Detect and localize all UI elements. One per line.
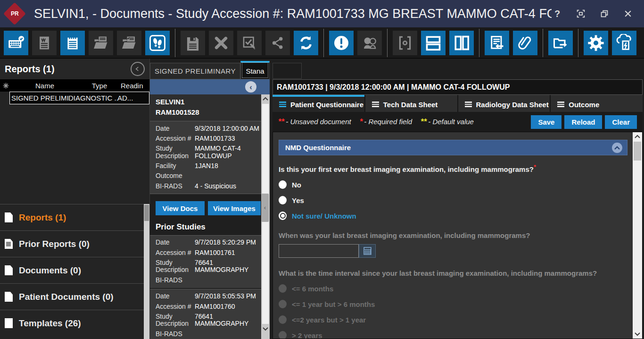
word-document-button[interactable] [32, 31, 57, 55]
scroll-up-icon[interactable] [261, 94, 270, 103]
study-header-bar: RAM1001733 | 9/3/2018 12:00:00 AM | MAMM… [272, 79, 643, 95]
legend-and-actions-bar: ** - Unsaved document * - Required field… [272, 112, 643, 132]
collapse-up-icon[interactable] [612, 143, 622, 153]
reports-sidebar: Reports (1) Name Type Readin SIGNED PREL… [0, 59, 150, 339]
questionnaire-scrollbar[interactable] [633, 132, 642, 339]
export-folder-button[interactable] [548, 31, 573, 55]
last-exam-date-input[interactable] [279, 244, 359, 258]
cancel-button[interactable] [209, 31, 233, 55]
share-button[interactable] [265, 31, 290, 55]
gear-icon [587, 34, 605, 52]
column-header-name[interactable]: Name [11, 82, 78, 90]
radio-selected-icon[interactable] [279, 212, 287, 220]
tab-signed-preliminary[interactable]: SIGNED PRELIMINARY [150, 63, 240, 79]
verify-report-button[interactable] [237, 31, 262, 55]
info-value: 9/7/2018 5:05:53 PM [195, 293, 256, 300]
prior-study-card[interactable]: Date9/7/2018 5:20:29 PM Accession #RAM10… [150, 235, 261, 288]
open-folder-document-icon [92, 34, 109, 51]
radio-option-no[interactable]: No [279, 180, 642, 189]
info-label: Facility [156, 162, 195, 170]
sidebar-scrollbar[interactable] [144, 204, 149, 339]
refresh-icon [297, 34, 314, 51]
restore-window-icon[interactable] [599, 8, 610, 19]
radio-unselected-icon[interactable] [279, 180, 287, 189]
tab-patient-questionnaire[interactable]: Patient Questionnaire [272, 95, 364, 112]
legend-text: - Unsaved document [286, 118, 351, 126]
info-label: Date [156, 293, 195, 300]
split-vertical-button[interactable] [449, 31, 474, 55]
save-button[interactable] [181, 31, 205, 55]
main-toolbar [0, 27, 644, 59]
toolbar-separator [387, 29, 388, 57]
tab-outcome[interactable]: Outcome [551, 95, 643, 112]
radio-option-yes[interactable]: Yes [279, 196, 642, 204]
window-title: SELVIN1, - Documents - Study Accession #… [34, 7, 552, 21]
reload-form-button[interactable]: Reload [564, 115, 602, 129]
option-label: Yes [292, 196, 304, 204]
app-logo-text: PR [11, 10, 19, 17]
tab-tech-data-sheet[interactable]: Tech Data Sheet [365, 95, 457, 112]
report-name-cell: SIGNED PRELIMI... [10, 94, 68, 102]
splitter-handle[interactable]: ‹ [261, 194, 269, 222]
view-docs-button[interactable]: View Docs [156, 201, 205, 215]
nmd-section-title: NMD Questionnaire [285, 144, 351, 152]
scroll-down-icon[interactable] [633, 330, 642, 339]
info-label: BI-RADS [156, 183, 195, 190]
nmd-section-header[interactable]: NMD Questionnaire [279, 140, 627, 155]
footprints-icon [149, 34, 166, 52]
split-horizontal-button[interactable] [421, 31, 446, 55]
scroll-up-icon[interactable] [633, 132, 642, 141]
sidebar-item-templates[interactable]: Templates (26) [0, 310, 149, 336]
save-form-button[interactable]: Save [531, 115, 561, 129]
fullscreen-icon[interactable] [575, 8, 586, 19]
form-list-icon [465, 102, 472, 107]
radio-option-not-sure[interactable]: Not sure/ Unknown [279, 212, 642, 220]
peer-review-button[interactable] [357, 31, 382, 55]
legend-default: ** - Default value [421, 117, 474, 127]
patient-name: SELVIN1 [156, 97, 261, 107]
sidebar-item-documents[interactable]: Documents (0) [0, 257, 149, 283]
questionnaire-content: NMD Questionnaire Is this your first eve… [272, 132, 643, 339]
refresh-button[interactable] [294, 31, 318, 55]
column-header-reading[interactable]: Readin [121, 82, 149, 90]
viewer-scrollbar[interactable]: ‹ [261, 94, 270, 339]
close-icon[interactable] [622, 8, 634, 19]
cloud-document-button[interactable] [612, 31, 636, 55]
import-document-button[interactable] [485, 31, 509, 55]
open-folder-checklist-button[interactable] [117, 31, 141, 55]
open-folder-checklist-icon [121, 34, 138, 51]
tab-stana[interactable]: Stana [240, 61, 270, 79]
keyboard-report-button[interactable] [4, 31, 28, 55]
clear-form-button[interactable]: Clear [605, 115, 637, 129]
collapse-back-button[interactable] [131, 62, 145, 76]
unsaved-marker: ** [278, 117, 284, 127]
view-images-button[interactable]: View Images [208, 201, 261, 215]
questionnaire-panel: RAM1001733 | 9/3/2018 12:00:00 AM | MAMM… [270, 59, 644, 339]
questionnaire-scrollbar-thumb[interactable] [634, 142, 641, 161]
collapse-left-icon[interactable]: ‹ [245, 81, 256, 93]
column-header-type[interactable]: Type [78, 82, 121, 90]
open-folder-document-button[interactable] [89, 31, 113, 55]
info-label: Study Description [156, 313, 195, 328]
document-icon [5, 265, 13, 275]
unlink-button[interactable] [393, 31, 417, 55]
sidebar-item-reports[interactable]: Reports (1) [0, 204, 149, 230]
radio-disabled-icon [279, 331, 287, 339]
title-bar: PR SELVIN1, - Documents - Study Accessio… [0, 0, 644, 27]
scroll-down-icon[interactable] [261, 325, 270, 333]
radio-unselected-icon[interactable] [279, 196, 287, 204]
sidebar-item-patient-documents[interactable]: Patient Documents (0) [0, 283, 149, 310]
settings-button[interactable] [584, 31, 608, 55]
report-row-selected[interactable]: SIGNED PRELIMI... DIAGNOSTIC ... AD... [9, 92, 149, 104]
notepad-button[interactable] [60, 31, 85, 55]
footprints-button[interactable] [145, 31, 170, 55]
window-controls: ? [552, 8, 644, 19]
help-icon[interactable]: ? [552, 8, 563, 19]
attachment-button[interactable] [513, 31, 537, 55]
critical-alert-button[interactable] [329, 31, 354, 55]
sidebar-item-prior-reports[interactable]: Prior Reports (0) [0, 230, 149, 257]
prior-study-card[interactable]: Date9/7/2018 5:05:53 PM Accession #RAM10… [150, 289, 261, 339]
sidebar-scrollbar-thumb[interactable] [144, 205, 149, 221]
tab-radiology-data-sheet[interactable]: Radiology Data Sheet [458, 95, 550, 112]
calendar-icon[interactable] [359, 244, 376, 258]
